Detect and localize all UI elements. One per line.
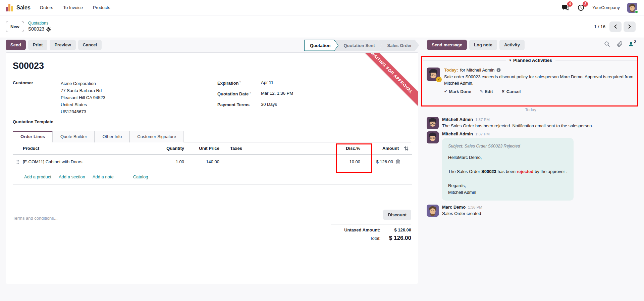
control-panel: Send Print Preview Cancel Quotation Quot… [0,38,644,52]
info-icon[interactable] [496,68,501,72]
payment-terms-value[interactable]: 30 Days [261,102,277,107]
pager-previous-button[interactable] [609,22,622,32]
table-footer-links: Add a product Add a section Add a note C… [13,169,412,185]
email-regards: Regards, [448,182,568,189]
planned-activities-toggle[interactable]: ▾Planned Activities [509,58,552,63]
empty-order-line[interactable] [13,185,412,198]
notebook-tabs: Order Lines Quote Builder Other Info Cus… [13,130,411,142]
send-button[interactable]: Send [6,40,26,50]
menu-to-invoice[interactable]: To Invoice [63,5,83,10]
menu-products[interactable]: Products [93,5,110,10]
add-a-note-link[interactable]: Add a note [93,174,114,179]
activity-button[interactable]: Activity [499,40,525,50]
activity-check-badge-icon: ✔ [436,77,442,82]
pager-next-button[interactable] [624,22,636,32]
tab-customer-signature[interactable]: Customer Signature [129,131,184,142]
order-title: S00023 [13,61,411,71]
chatter-message: Mitchell Admin 1:37 PM Subject: Sales Or… [423,131,638,201]
pager-count[interactable]: 1 / 16 [594,24,605,29]
tab-other-info[interactable]: Other Info [95,131,129,142]
email-greeting: HelloMarc Demo, [448,154,568,161]
planned-activities-header: ▾Planned Activities [423,58,638,63]
app-name[interactable]: Sales [16,5,31,11]
add-a-product-link[interactable]: Add a product [24,174,51,179]
breadcrumb-quotations[interactable]: Quotations [28,21,51,26]
message-author[interactable]: Marc Demo [442,205,466,210]
activities-clock-icon[interactable]: 2 [577,4,585,12]
cell-unit-price[interactable]: 140.00 [185,159,221,164]
discount-button[interactable]: Discount [383,210,411,220]
help-marker: ? [249,91,251,94]
col-amount[interactable]: Amount [362,146,400,151]
breadcrumb: Quotations S00023 [28,21,51,32]
payment-terms-label: Payment Terms [217,102,261,107]
status-step-quotation[interactable]: Quotation [304,40,338,51]
cancel-activity-button[interactable]: ✖Cancel [501,89,521,94]
main-menu: Orders To Invoice Products [40,5,110,10]
print-button[interactable]: Print [28,40,48,50]
message-body: Sales Order created [442,210,482,217]
activity-assignee: for Mitchell Admin [460,68,495,73]
chatter-message: Mitchell Admin 1:37 PM The Sales Order h… [423,117,638,129]
status-step-quotation-sent[interactable]: Quotation Sent [334,40,382,51]
activity-due-date: Today: [444,68,458,73]
followers-icon[interactable]: 2 [628,41,636,47]
search-messages-icon[interactable] [604,41,610,47]
customer-name[interactable]: Acme Corporation [61,80,105,87]
optional-columns-icon[interactable] [404,146,409,151]
cancel-button[interactable]: Cancel [78,40,102,50]
menu-orders[interactable]: Orders [40,5,53,10]
avatar [427,205,439,217]
attachment-paperclip-icon[interactable] [616,41,622,47]
email-message-bubble: Subject: Sales Order S00023 Rejected Hel… [442,138,574,201]
col-product[interactable]: Product [23,146,145,151]
form-sheet: WAITING FOR APPROVAL S00023 Customer Acm… [6,52,418,284]
gear-icon[interactable] [46,27,51,32]
message-time: 1:37 PM [475,132,490,136]
message-author[interactable]: Mitchell Admin [442,131,473,136]
col-taxes[interactable]: Taxes [221,146,313,151]
breadcrumb-bar: New Quotations S00023 1 / 16 [0,15,644,38]
add-a-section-link[interactable]: Add a section [59,174,85,179]
quotation-template-label: Quotation Template [13,119,411,124]
cell-discount[interactable]: 10.00 [313,159,362,164]
delete-line-trash-icon[interactable] [396,159,400,164]
cell-quantity[interactable]: 1.00 [145,159,185,164]
online-status-dot [635,10,638,14]
odoo-app-logo-icon[interactable] [6,4,13,11]
order-reference: S00023 [481,169,496,174]
col-discount[interactable]: Disc.% [313,146,362,151]
new-button[interactable]: New [6,21,24,32]
edit-activity-button[interactable]: ✎Edit [480,89,493,94]
user-avatar[interactable] [627,3,637,13]
col-unit-price[interactable]: Unit Price [185,146,221,151]
check-icon: ✔ [444,89,447,94]
total-label: Total: [370,236,380,241]
customer-address-line: Pleasant Hill CA 94523 [61,94,105,101]
avatar: ✔ [427,68,440,81]
customer-address-line: 77 Santa Barbara Rd [61,87,105,94]
message-body: The Sales Order has been rejected. Notif… [442,123,593,129]
company-name[interactable]: YourCompany [592,5,620,10]
col-quantity[interactable]: Quantity [145,146,185,151]
email-body-line: The Sales Order S00023 has been rejected… [448,168,568,175]
activities-badge: 2 [583,1,588,7]
terms-and-conditions-input[interactable]: Terms and conditions... [13,210,331,244]
tab-quote-builder[interactable]: Quote Builder [53,131,95,142]
messages-icon[interactable]: 4 [561,4,570,12]
send-message-button[interactable]: Send message [427,40,467,50]
preview-button[interactable]: Preview [50,40,75,50]
mark-done-button[interactable]: ✔Mark Done [444,89,471,94]
cell-product[interactable]: [E-COM11] Cabinet with Doors [23,159,145,164]
log-note-button[interactable]: Log note [469,40,497,50]
drag-handle[interactable] [13,160,23,164]
tab-order-lines[interactable]: Order Lines [13,131,53,142]
status-step-sales-order[interactable]: Sales Order [378,40,419,51]
catalog-link[interactable]: Catalog [133,174,148,179]
help-marker: ? [239,80,241,84]
expiration-value[interactable]: Apr 11 [261,80,273,86]
untaxed-amount-label: Untaxed Amount: [344,227,380,232]
message-author[interactable]: Mitchell Admin [442,117,473,122]
breadcrumb-current-record: S00023 [28,26,44,32]
quotation-date-value[interactable]: Mar 12, 1:36 PM [261,91,293,96]
